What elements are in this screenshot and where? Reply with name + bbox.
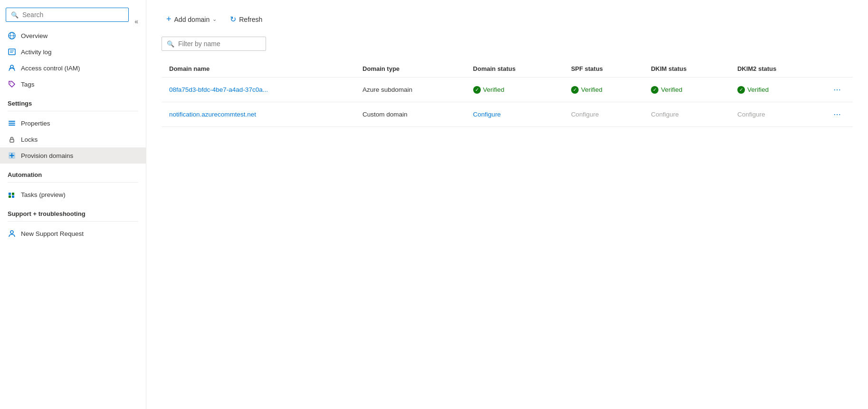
globe-icon xyxy=(8,31,16,40)
activity-icon xyxy=(8,48,16,56)
domain-type-cell: Custom domain xyxy=(355,102,466,127)
sidebar-item-label: Tasks (preview) xyxy=(21,191,66,198)
refresh-button[interactable]: ↻ Refresh xyxy=(225,12,267,27)
sidebar: 🔍 « Overview Activity log Access control… xyxy=(0,0,146,409)
domain-name-link[interactable]: 08fa75d3-bfdc-4be7-a4ad-37c0a... xyxy=(169,86,268,93)
row-more-button-2[interactable]: ⋯ xyxy=(830,108,845,121)
sidebar-search-container[interactable]: 🔍 xyxy=(6,8,129,22)
svg-rect-3 xyxy=(9,49,15,55)
filter-input[interactable] xyxy=(178,40,261,48)
domain-type-cell: Azure subdomain xyxy=(355,78,466,102)
support-section-label: Support + troubleshooting xyxy=(0,203,146,219)
domain-name-link-2[interactable]: notification.azurecommtest.net xyxy=(169,111,256,118)
col-domain-type: Domain type xyxy=(355,60,466,78)
sidebar-item-properties[interactable]: Properties xyxy=(0,115,146,131)
dkim-check-icon: ✓ xyxy=(651,86,658,94)
collapse-sidebar-button[interactable]: « xyxy=(131,16,142,27)
sidebar-item-activity-log[interactable]: Activity log xyxy=(0,44,146,60)
support-divider xyxy=(8,221,138,222)
dkim2-status-cell-2: Configure xyxy=(730,102,822,127)
col-spf-status: SPF status xyxy=(563,60,643,78)
sidebar-item-tags[interactable]: Tags xyxy=(0,76,146,92)
iam-icon xyxy=(8,64,16,72)
lock-icon xyxy=(8,135,16,144)
col-domain-name: Domain name xyxy=(162,60,355,78)
row-more-cell-2[interactable]: ⋯ xyxy=(822,102,853,127)
sidebar-item-access-control[interactable]: Access control (IAM) xyxy=(0,60,146,76)
dkim-status-cell: ✓ Verified xyxy=(643,78,730,102)
spf-status-cell-2: Configure xyxy=(563,102,643,127)
spf-check-icon: ✓ xyxy=(571,86,579,94)
svg-point-6 xyxy=(10,65,13,68)
sidebar-item-label: Properties xyxy=(21,120,50,127)
table-row: notification.azurecommtest.net Custom do… xyxy=(162,102,853,127)
add-icon: + xyxy=(166,14,172,24)
verified-check-icon: ✓ xyxy=(473,86,481,94)
domain-status-cell-2[interactable]: Configure xyxy=(466,102,563,127)
dkim-status-cell-2: Configure xyxy=(643,102,730,127)
toolbar: + Add domain ⌄ ↻ Refresh xyxy=(162,11,853,27)
sidebar-item-provision-domains[interactable]: Provision domains xyxy=(0,147,146,164)
sidebar-item-tasks[interactable]: Tasks (preview) xyxy=(0,186,146,203)
col-domain-status: Domain status xyxy=(466,60,563,78)
properties-icon xyxy=(8,119,16,127)
filter-search-icon: 🔍 xyxy=(167,40,174,48)
domain-status-configure-link[interactable]: Configure xyxy=(473,111,501,118)
spf-status-cell: ✓ Verified xyxy=(563,78,643,102)
table-row: 08fa75d3-bfdc-4be7-a4ad-37c0a... Azure s… xyxy=(162,78,853,102)
dkim2-check-icon: ✓ xyxy=(737,86,745,94)
support-icon xyxy=(8,229,16,238)
sidebar-item-label: Access control (IAM) xyxy=(21,65,80,72)
dkim-verified-badge: ✓ Verified xyxy=(651,86,682,94)
col-dkim-status: DKIM status xyxy=(643,60,730,78)
row-more-cell[interactable]: ⋯ xyxy=(822,78,853,102)
domain-status-cell: ✓ Verified xyxy=(466,78,563,102)
svg-rect-11 xyxy=(9,123,15,124)
svg-rect-12 xyxy=(9,125,15,126)
table-header-row: Domain name Domain type Domain status SP… xyxy=(162,60,853,78)
domains-table: Domain name Domain type Domain status SP… xyxy=(162,60,853,127)
svg-point-8 xyxy=(13,68,15,69)
svg-rect-16 xyxy=(9,195,11,198)
settings-section-label: Settings xyxy=(0,92,146,109)
automation-divider xyxy=(8,182,138,183)
tags-icon xyxy=(8,80,16,88)
chevron-down-icon: ⌄ xyxy=(212,16,217,22)
sidebar-item-label: Tags xyxy=(21,81,35,88)
svg-point-19 xyxy=(10,231,13,234)
provision-icon xyxy=(8,151,16,160)
domain-name-cell[interactable]: 08fa75d3-bfdc-4be7-a4ad-37c0a... xyxy=(162,78,355,102)
sidebar-item-label: New Support Request xyxy=(21,230,84,237)
filter-bar[interactable]: 🔍 xyxy=(162,37,266,51)
row-more-button[interactable]: ⋯ xyxy=(830,83,845,96)
svg-rect-10 xyxy=(9,121,15,122)
refresh-icon: ↻ xyxy=(230,15,236,24)
spf-verified-badge: ✓ Verified xyxy=(571,86,602,94)
svg-rect-17 xyxy=(12,193,14,195)
dkim2-verified-badge: ✓ Verified xyxy=(737,86,769,94)
sidebar-item-label: Overview xyxy=(21,32,48,39)
spf-configure-label: Configure xyxy=(571,111,599,118)
svg-rect-15 xyxy=(9,193,11,195)
settings-divider xyxy=(8,111,138,111)
sidebar-item-new-support[interactable]: New Support Request xyxy=(0,225,146,242)
sidebar-item-locks[interactable]: Locks xyxy=(0,131,146,147)
dkim2-status-cell: ✓ Verified xyxy=(730,78,822,102)
search-icon: 🔍 xyxy=(11,11,19,19)
refresh-label: Refresh xyxy=(239,16,262,23)
sidebar-item-label: Provision domains xyxy=(21,152,73,159)
main-content: + Add domain ⌄ ↻ Refresh 🔍 Domain name D… xyxy=(146,0,868,409)
domain-status-verified: ✓ Verified xyxy=(473,86,505,94)
sidebar-item-label: Activity log xyxy=(21,49,52,56)
svg-point-9 xyxy=(10,83,11,84)
col-dkim2-status: DKIM2 status xyxy=(730,60,822,78)
svg-rect-18 xyxy=(12,195,14,198)
add-domain-button[interactable]: + Add domain ⌄ xyxy=(162,11,221,27)
svg-rect-13 xyxy=(10,139,14,142)
sidebar-item-label: Locks xyxy=(21,136,38,143)
col-more xyxy=(822,60,853,78)
domain-name-cell[interactable]: notification.azurecommtest.net xyxy=(162,102,355,127)
sidebar-item-overview[interactable]: Overview xyxy=(0,28,146,44)
tasks-icon xyxy=(8,190,16,199)
search-input[interactable] xyxy=(22,11,124,19)
